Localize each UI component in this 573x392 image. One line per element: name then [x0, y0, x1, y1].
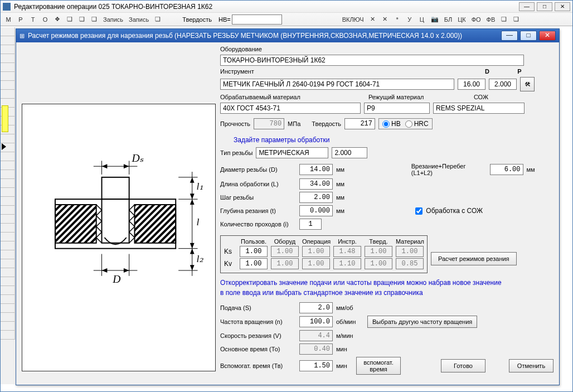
dialog-title: Расчет режимов резания для нарезания рез…: [28, 32, 462, 40]
tb-tail-0[interactable]: ВКЛЮЧ: [340, 14, 366, 25]
main-close[interactable]: ✕: [555, 2, 570, 11]
hb-input[interactable]: [232, 14, 282, 25]
svg-text:l₂: l₂: [197, 253, 204, 264]
main-maximize[interactable]: □: [537, 2, 552, 11]
tb-tail-cam[interactable]: 📷: [429, 14, 441, 25]
rpm-field[interactable]: [299, 316, 333, 327]
equipment-field: ТОКАРНО-ВИНТОРЕЗНЫЙ 1К62: [220, 55, 524, 66]
tmain-label: Основное время (То): [220, 346, 296, 352]
coolant-check[interactable]: [415, 207, 423, 215]
ch-0: Пользов.: [240, 238, 268, 245]
tb-tail-9[interactable]: ФВ: [484, 14, 498, 25]
tmain-field: [299, 343, 333, 355]
dlg-minimize[interactable]: —: [501, 31, 518, 41]
tbtn-ic3[interactable]: ❏: [76, 14, 88, 25]
hrc-radio-label[interactable]: HRC: [405, 120, 429, 128]
kv-0[interactable]: [240, 258, 268, 269]
tbtn-r[interactable]: Р: [15, 14, 26, 25]
equipment-label: Оборудование: [220, 46, 553, 52]
row-headers: [1, 27, 15, 384]
correction-hint-1: Откорректировать значение подачи или час…: [220, 279, 553, 287]
hardness-field[interactable]: [344, 118, 375, 129]
tb-tail-2[interactable]: ✕: [380, 14, 391, 25]
instrument-label: Инструмент: [220, 68, 469, 75]
mm-5: мм: [336, 207, 364, 214]
tbtn-m[interactable]: М: [3, 14, 14, 25]
tb-tail-8[interactable]: ФО: [469, 14, 483, 25]
tb-tail-4[interactable]: У: [404, 14, 415, 25]
tbtn-rec1[interactable]: Запись: [101, 14, 125, 25]
done-button[interactable]: Готово: [441, 359, 485, 372]
ks-1: [271, 246, 299, 257]
min-1: мин: [336, 346, 364, 352]
tb-tail-5[interactable]: Ц: [416, 14, 428, 25]
tbtn-ic2[interactable]: ❏: [64, 14, 75, 25]
d-field: 16.00: [458, 79, 485, 90]
passes-field[interactable]: [299, 219, 322, 230]
calc-button[interactable]: Расчет режимов резания: [431, 252, 517, 265]
mm-4: мм: [336, 194, 364, 201]
main-minimize[interactable]: —: [519, 2, 535, 11]
thread-dia-field[interactable]: [299, 164, 333, 175]
ks-5: [396, 246, 424, 257]
mm-2: мм: [527, 166, 553, 173]
pitch-field[interactable]: [299, 192, 333, 203]
instrument-field: МЕТЧИК ГАЕЧНЫЙ Л 2640-0194 Р9 ГОСТ 1604-…: [220, 79, 454, 90]
plunge-field[interactable]: [490, 164, 523, 175]
ks-0[interactable]: [240, 246, 268, 257]
passes-label: Количество проходов (i): [220, 221, 296, 228]
rpm-pick-button[interactable]: Выбрать другую частоту вращения: [367, 316, 477, 328]
rpm-label: Частота вращения (n): [220, 318, 296, 325]
tb-tail-ic[interactable]: ❏: [498, 14, 509, 25]
current-row-marker: [2, 143, 6, 150]
feed-units: мм/об: [336, 304, 364, 311]
tb-tail-6[interactable]: БЛ: [442, 14, 454, 25]
taux-field[interactable]: [299, 360, 333, 371]
kv-2: [302, 258, 330, 269]
dlg-close[interactable]: ✕: [539, 31, 556, 41]
speed-field: [299, 330, 333, 341]
instrument-pick-button[interactable]: 🛠: [520, 77, 535, 91]
depth-label: Глубина резания (t): [220, 207, 296, 214]
tbtn-ic4[interactable]: ❏: [89, 14, 100, 25]
proclen-field[interactable]: [299, 178, 333, 190]
tbtn-t[interactable]: Т: [27, 14, 38, 25]
mpa-label: МПа: [288, 120, 300, 127]
svg-rect-3: [102, 177, 129, 199]
hb-radio-label[interactable]: HB: [382, 120, 401, 128]
tbtn-ic1[interactable]: ❖: [52, 14, 63, 25]
hrc-radio[interactable]: [405, 120, 412, 128]
tb-tail-ic2[interactable]: ❏: [511, 14, 522, 25]
svg-text:l: l: [197, 216, 200, 228]
cancel-button[interactable]: Отменить: [509, 359, 553, 372]
tbtn-ic5[interactable]: ❏: [152, 14, 163, 25]
mm-1: мм: [336, 166, 364, 173]
svg-marker-22: [190, 177, 195, 183]
tb-tail-1[interactable]: ✕: [367, 14, 378, 25]
svg-marker-8: [102, 268, 108, 273]
kv-1: [271, 258, 299, 269]
kv-label: Kv: [224, 260, 236, 268]
taux-label: Вспомогат. время (Тв): [220, 362, 296, 369]
ks-3: [333, 246, 361, 257]
feed-field[interactable]: [299, 302, 333, 313]
tbtn-o[interactable]: О: [40, 14, 51, 25]
app-icon: [3, 3, 11, 11]
main-toolbar: М Р Т О ❖ ❏ ❏ ❏ Запись Запись ❏ Твердост…: [1, 13, 572, 26]
plunge-label: Врезание+Перебег (L1+L2): [411, 163, 487, 176]
tbtn-rec2[interactable]: Запись: [127, 14, 151, 25]
aux-time-button[interactable]: вспомогат. время: [356, 357, 401, 375]
ch-2: Операция: [302, 238, 330, 245]
svg-rect-2: [135, 205, 176, 243]
hb-radio[interactable]: [382, 120, 390, 128]
dlg-maximize[interactable]: □: [520, 31, 537, 41]
depth-field[interactable]: [299, 205, 333, 216]
min-2: мин: [336, 362, 353, 369]
tb-tail-3[interactable]: *: [392, 14, 403, 25]
tb-tail-7[interactable]: ЦК: [455, 14, 468, 25]
mm-3: мм: [336, 181, 364, 187]
proclen-label: Длина обработки (L): [220, 181, 296, 187]
coolant-check-label[interactable]: Обработка с СОЖ: [415, 207, 483, 215]
svg-marker-26: [190, 249, 195, 254]
d-label: D: [473, 68, 501, 75]
